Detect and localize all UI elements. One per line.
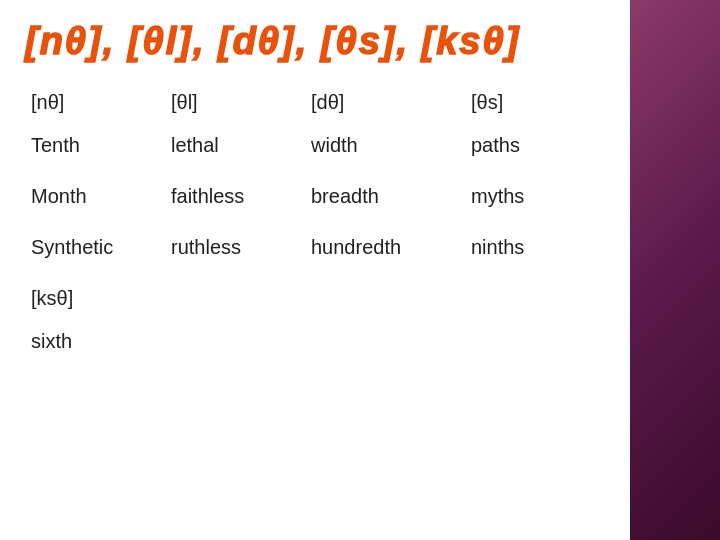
cell-r5c2: [165, 277, 305, 320]
cell-r1c2: [θl]: [165, 81, 305, 124]
cell-r1c4: [θs]: [465, 81, 595, 124]
cell-r2c3: width: [305, 124, 465, 167]
cell-r4c2: ruthless: [165, 226, 305, 269]
cell-r5c4: [465, 277, 595, 320]
cell-r4c1: Synthetic: [25, 226, 165, 269]
cell-r3c1: Month: [25, 175, 165, 218]
cell-r1c3: [dθ]: [305, 81, 465, 124]
cell-r2c2: lethal: [165, 124, 305, 167]
cell-r3c2: faithless: [165, 175, 305, 218]
content-grid: [nθ] [θl] [dθ] [θs] Tenth lethal width p…: [25, 81, 610, 363]
purple-background: [630, 0, 720, 540]
cell-r5c3: [305, 277, 465, 320]
cell-r4c3: hundredth: [305, 226, 465, 269]
cell-r3c3: breadth: [305, 175, 465, 218]
cell-r1c1: [nθ]: [25, 81, 165, 124]
spacer-2: [25, 218, 595, 226]
cell-r4c4: ninths: [465, 226, 595, 269]
spacer-3: [25, 269, 595, 277]
main-content: [nθ], [θl], [dθ], [θs], [ksθ] [nθ] [θl] …: [0, 0, 630, 540]
cell-r2c4: paths: [465, 124, 595, 167]
cell-r6c4: [465, 320, 595, 363]
cell-r5c1: [ksθ]: [25, 277, 165, 320]
spacer-1: [25, 167, 595, 175]
cell-r3c4: myths: [465, 175, 595, 218]
page-title: [nθ], [θl], [dθ], [θs], [ksθ]: [25, 20, 610, 63]
cell-r6c1: sixth: [25, 320, 165, 363]
cell-r6c2: [165, 320, 305, 363]
cell-r6c3: [305, 320, 465, 363]
cell-r2c1: Tenth: [25, 124, 165, 167]
